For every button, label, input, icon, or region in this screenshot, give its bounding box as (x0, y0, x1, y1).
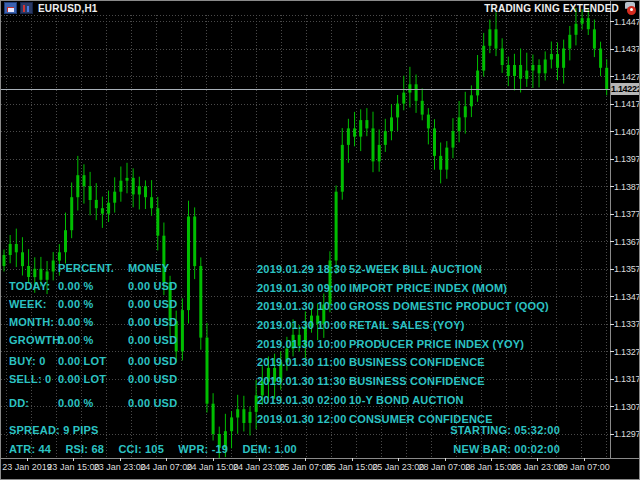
event-time: 2019.01.30 12:00 (257, 410, 349, 429)
symbol-timeframe-label: EURUSD,H1 (38, 3, 98, 14)
candlestick-chart-icon (20, 2, 33, 14)
position-label: BUY: 0 (9, 352, 58, 370)
event-name: IMPORT PRICE INDEX (MOM) (349, 279, 549, 298)
stat-label: MONTH: (9, 313, 58, 331)
position-label: SELL: 0 (9, 370, 58, 388)
stat-label: TODAY: (9, 277, 58, 295)
event-time: 2019.01.30 10:00 (257, 297, 349, 316)
time-axis-label: 25 Jan 23:00 (372, 462, 424, 472)
price-axis-label: 1.12970 (614, 429, 640, 439)
stats-row-week: WEEK: 0.00 % 0.00 USD (9, 295, 177, 313)
time-axis-label: 23 Jan 2019 (2, 462, 52, 472)
event-time: 2019.01.30 09:00 (257, 279, 349, 298)
starting-timer: STARTING: 05:32:00 (450, 421, 560, 440)
position-money: 0.00 USD (128, 370, 177, 388)
time-axis-label: 29 Jan 07:00 (558, 462, 610, 472)
price-axis[interactable]: 1.144701.143701.142701.141701.140701.139… (611, 1, 640, 459)
stat-money: 0.00 USD (128, 277, 177, 295)
price-axis-label: 1.13370 (614, 319, 640, 329)
time-axis-label: 28 Jan 15:00 (465, 462, 517, 472)
stat-money: 0.00 USD (128, 295, 177, 313)
event-time: 2019.01.30 11:30 (257, 372, 349, 391)
price-axis-label: 1.13970 (614, 154, 640, 164)
time-axis-label: 25 Jan 15:00 (326, 462, 378, 472)
position-lots: 0.00 LOT (58, 352, 128, 370)
time-axis-label: 23 Jan 15:00 (47, 462, 99, 472)
drawdown-row: DD: 0.00 % 0.00 USD (9, 394, 177, 412)
stat-percent: 0.00 % (58, 277, 128, 295)
time-axis-label: 24 Jan 07:00 (140, 462, 192, 472)
calendar-row: 2019.01.30 10:00 GROSS DOMESTIC PRODUCT … (257, 297, 549, 316)
percent-column-header: PERCENT. (58, 259, 128, 277)
event-time: 2019.01.30 10:00 (257, 335, 349, 354)
price-axis-label: 1.14070 (614, 127, 640, 137)
expert-advisor-icon[interactable] (623, 1, 638, 15)
timers-panel: STARTING: 05:32:00 NEW BAR: 00:02:00 (450, 421, 560, 459)
stats-row-month: MONTH: 0.00 % 0.00 USD (9, 313, 177, 331)
time-axis-label: 24 Jan 15:00 (187, 462, 239, 472)
price-axis-label: 1.14470 (614, 17, 640, 27)
spread-label: SPREAD: 9 PIPS (9, 421, 99, 439)
stat-money: 0.00 USD (128, 313, 177, 331)
stat-label: WEEK: (9, 295, 58, 313)
event-name: 52-WEEK BILL AUCTION (349, 260, 549, 279)
mt4-chart-window: EURUSD,H1 TRADING KING EXTENDED 1.144701… (0, 0, 640, 480)
time-axis[interactable]: 23 Jan 201923 Jan 15:0023 Jan 23:0024 Ja… (1, 460, 640, 480)
chart-window-icon (4, 2, 17, 14)
price-axis-label: 1.13570 (614, 264, 640, 274)
stat-money: 0.00 USD (128, 331, 177, 349)
event-name: PRODUCER PRICE INDEX (YOY) (349, 335, 549, 354)
event-time: 2019.01.30 02:00 (257, 391, 349, 410)
stats-row-today: TODAY: 0.00 % 0.00 USD (9, 277, 177, 295)
event-time: 2019.01.29 18:30 (257, 260, 349, 279)
account-stats-panel: PERCENT. MONEY TODAY: 0.00 % 0.00 USD WE… (9, 259, 177, 349)
time-axis-label: 25 Jan 07:00 (279, 462, 331, 472)
price-axis-label: 1.13170 (614, 374, 640, 384)
dd-money: 0.00 USD (128, 394, 177, 412)
positions-row-buy: BUY: 0 0.00 LOT 0.00 USD (9, 352, 177, 370)
calendar-row: 2019.01.30 02:00 10-Y BOND AUCTION (257, 391, 549, 410)
dd-percent: 0.00 % (58, 394, 128, 412)
event-name: RETAIL SALES (YOY) (349, 316, 549, 335)
indicator-values-row: ATR: 44 RSI: 68 CCI: 105 WPR: -19 DEM: 1… (9, 440, 308, 458)
stat-percent: 0.00 % (58, 313, 128, 331)
calendar-row: 2019.01.30 09:00 IMPORT PRICE INDEX (MOM… (257, 279, 549, 298)
event-name: BUSINESS CONFIDENCE (349, 372, 549, 391)
chart-title-bar: EURUSD,H1 TRADING KING EXTENDED (1, 1, 640, 16)
stat-label: GROWTH: (9, 331, 58, 349)
money-column-header: MONEY (128, 259, 177, 277)
event-time: 2019.01.30 11:00 (257, 353, 349, 372)
price-axis-label: 1.13070 (614, 402, 640, 412)
time-axis-label: 23 Jan 23:00 (94, 462, 146, 472)
ea-icon-highlight (630, 8, 633, 11)
price-axis-label: 1.14370 (614, 44, 640, 54)
price-axis-label: 1.14170 (614, 99, 640, 109)
price-axis-label: 1.13870 (614, 182, 640, 192)
event-time: 2019.01.30 10:00 (257, 316, 349, 335)
cci-value: CCI: 105 (118, 443, 164, 455)
price-axis-label: 1.13770 (614, 209, 640, 219)
calendar-row: 2019.01.30 10:00 RETAIL SALES (YOY) (257, 316, 549, 335)
stat-percent: 0.00 % (58, 295, 128, 313)
position-lots: 0.00 LOT (58, 370, 128, 388)
dd-label: DD: (9, 394, 58, 412)
time-axis-label: 28 Jan 07:00 (419, 462, 471, 472)
current-price-marker: 1.14222 (611, 83, 640, 95)
economic-calendar: 2019.01.29 18:30 52-WEEK BILL AUCTION 20… (257, 260, 549, 428)
wpr-value: WPR: -19 (178, 443, 228, 455)
event-name: GROSS DOMESTIC PRODUCT (QOQ) (349, 297, 549, 316)
calendar-row: 2019.01.29 18:30 52-WEEK BILL AUCTION (257, 260, 549, 279)
stat-percent: 0.00 % (58, 331, 128, 349)
calendar-row: 2019.01.30 11:30 BUSINESS CONFIDENCE (257, 372, 549, 391)
stats-row-growth: GROWTH: 0.00 % 0.00 USD (9, 331, 177, 349)
calendar-row: 2019.01.30 10:00 PRODUCER PRICE INDEX (Y… (257, 335, 549, 354)
price-axis-label: 1.13270 (614, 347, 640, 357)
price-axis-label: 1.14270 (614, 72, 640, 82)
new-bar-timer: NEW BAR: 00:02:00 (450, 440, 560, 459)
time-axis-label: 28 Jan 23:00 (511, 462, 563, 472)
time-axis-label: 24 Jan 23:00 (233, 462, 285, 472)
calendar-row: 2019.01.30 11:00 BUSINESS CONFIDENCE (257, 353, 549, 372)
ea-title-label: TRADING KING EXTENDED (484, 3, 619, 14)
open-positions-panel: BUY: 0 0.00 LOT 0.00 USD SELL: 0 0.00 LO… (9, 352, 177, 388)
stats-header-spacer (9, 259, 58, 277)
